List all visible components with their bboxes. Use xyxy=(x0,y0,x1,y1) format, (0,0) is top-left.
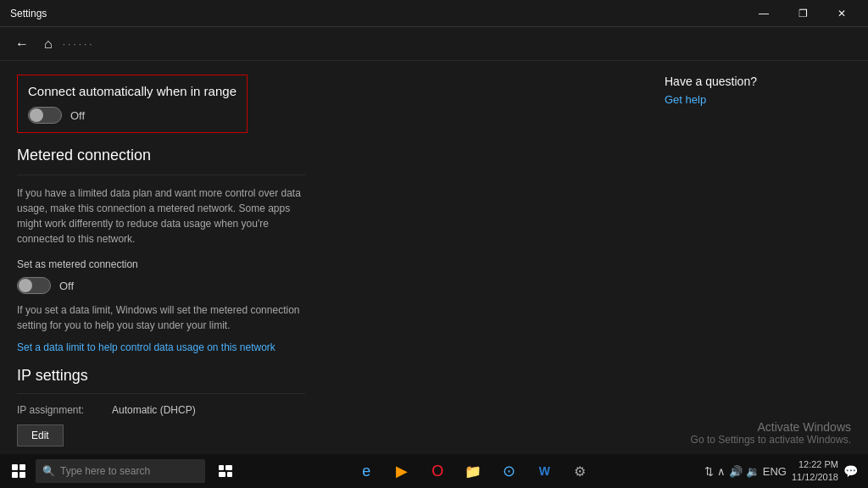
search-placeholder: Type here to search xyxy=(60,465,150,477)
start-button[interactable] xyxy=(5,458,32,485)
navbar: ← ⌂ ······ xyxy=(0,27,868,61)
titlebar-title: Settings xyxy=(10,8,47,19)
activate-subtitle: Go to Settings to activate Windows. xyxy=(691,434,851,446)
taskbar-left: 🔍 Type here to search xyxy=(5,454,242,488)
metered-toggle-label: Off xyxy=(59,280,74,292)
home-icon[interactable]: ⌂ xyxy=(44,36,53,52)
task-view-icon xyxy=(219,465,232,477)
metered-info-text: If you set a data limit, Windows will se… xyxy=(17,302,305,333)
file-explorer-taskbar-icon[interactable]: 📁 xyxy=(456,454,490,488)
minimize-button[interactable]: — xyxy=(744,0,783,27)
metered-title: Metered connection xyxy=(17,147,631,164)
metered-description: If you have a limited data plan and want… xyxy=(17,186,305,247)
back-button[interactable]: ← xyxy=(10,32,34,56)
language-tray[interactable]: ENG xyxy=(763,465,787,478)
clock[interactable]: 12:22 PM 11/12/2018 xyxy=(792,458,838,485)
opera-taskbar-icon[interactable]: O xyxy=(420,454,454,488)
svg-rect-1 xyxy=(225,465,232,470)
metered-subsection-label: Set as metered connection xyxy=(17,258,631,270)
help-title: Have a question? xyxy=(665,75,757,88)
task-view-button[interactable] xyxy=(209,454,242,488)
ip-divider xyxy=(17,393,305,394)
ip-settings-section: IP settings IP assignment: Automatic (DH… xyxy=(17,367,631,446)
auto-connect-section: Connect automatically when in range Off xyxy=(17,75,248,133)
taskbar: 🔍 Type here to search e ▶ O 📁 ⊙ W ⚙ xyxy=(0,454,868,488)
chevron-tray-icon[interactable]: ∧ xyxy=(717,465,726,478)
metered-divider xyxy=(17,175,305,175)
volume-tray-icon[interactable]: 🔉 xyxy=(746,465,760,478)
ip-settings-title: IP settings xyxy=(17,367,631,385)
search-bar[interactable]: 🔍 Type here to search xyxy=(36,459,205,483)
titlebar: Settings — ❐ ✕ xyxy=(0,0,868,27)
edge-taskbar-icon[interactable]: e xyxy=(349,454,383,488)
auto-connect-toggle-knob xyxy=(30,108,43,122)
word-taskbar-icon[interactable]: W xyxy=(527,454,561,488)
activate-title: Activate Windows xyxy=(691,420,851,434)
metered-section: Metered connection If you have a limited… xyxy=(17,147,631,353)
right-panel: Have a question? Get help xyxy=(648,61,868,454)
taskbar-middle: e ▶ O 📁 ⊙ W ⚙ xyxy=(349,454,597,488)
ip-assignment-value: Automatic (DHCP) xyxy=(112,404,196,416)
search-icon: 🔍 xyxy=(42,465,55,477)
edit-button[interactable]: Edit xyxy=(17,424,64,446)
left-panel: Connect automatically when in range Off … xyxy=(0,61,648,454)
svg-rect-0 xyxy=(219,465,224,470)
taskbar-right: ⇅ ∧ 🔊 🔉 ENG 12:22 PM 11/12/2018 💬 xyxy=(704,458,863,485)
metered-toggle-container: Off xyxy=(17,277,631,294)
ip-assignment-row: IP assignment: Automatic (DHCP) xyxy=(17,404,631,416)
vlc-taskbar-icon[interactable]: ▶ xyxy=(385,454,419,488)
network-tray-icon[interactable]: ⇅ xyxy=(704,465,714,478)
close-button[interactable]: ✕ xyxy=(822,0,861,27)
get-help-link[interactable]: Get help xyxy=(665,93,706,106)
main-content: Connect automatically when in range Off … xyxy=(0,61,868,454)
data-limit-link[interactable]: Set a data limit to help control data us… xyxy=(17,341,631,353)
metered-toggle-knob xyxy=(19,279,32,292)
auto-connect-toggle[interactable] xyxy=(28,107,62,124)
sound-tray-icon[interactable]: 🔊 xyxy=(729,465,743,478)
auto-connect-title: Connect automatically when in range xyxy=(28,84,236,98)
breadcrumb: ······ xyxy=(63,38,95,50)
activate-watermark: Activate Windows Go to Settings to activ… xyxy=(691,420,851,446)
auto-connect-toggle-container: Off xyxy=(28,107,236,124)
auto-connect-toggle-label: Off xyxy=(70,109,85,122)
notification-icon[interactable]: 💬 xyxy=(843,464,858,478)
clock-time: 12:22 PM xyxy=(792,458,838,471)
svg-rect-2 xyxy=(219,472,225,477)
system-tray: ⇅ ∧ 🔊 🔉 ENG xyxy=(704,465,787,478)
restore-button[interactable]: ❐ xyxy=(783,0,822,27)
chrome-taskbar-icon[interactable]: ⊙ xyxy=(492,454,526,488)
settings-taskbar-icon[interactable]: ⚙ xyxy=(563,454,597,488)
titlebar-controls: — ❐ ✕ xyxy=(744,0,861,27)
svg-rect-3 xyxy=(227,472,232,477)
ip-assignment-label: IP assignment: xyxy=(17,404,102,416)
windows-icon xyxy=(12,464,25,478)
clock-date: 11/12/2018 xyxy=(792,471,838,484)
metered-toggle[interactable] xyxy=(17,277,51,294)
